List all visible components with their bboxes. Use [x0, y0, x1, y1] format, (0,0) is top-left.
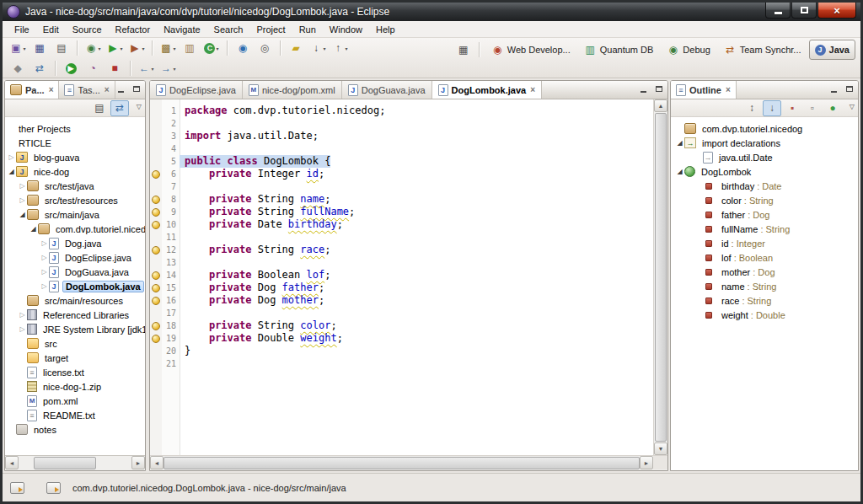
editor-tab-dogguava-java[interactable]: DogGuava.java — [342, 81, 432, 99]
warning-icon[interactable] — [152, 322, 160, 330]
collapsed-arrow-icon[interactable]: ▷ — [40, 240, 49, 247]
expanded-arrow-icon[interactable]: ◢ — [29, 226, 38, 233]
collapsed-arrow-icon[interactable]: ▷ — [40, 255, 49, 261]
back-button[interactable]: ←▾ — [136, 59, 156, 78]
outline-item-import-declarations[interactable]: ◢import declarations — [671, 136, 858, 150]
expand-collapse-button[interactable]: ↕ — [742, 100, 761, 116]
code-text[interactable]: private String fullName; — [180, 206, 355, 218]
warning-icon[interactable] — [152, 271, 160, 280]
tree-item-jre-system-library-jdk1-6[interactable]: ▷JRE System Library [jdk1.6 — [5, 322, 145, 336]
sort-button[interactable]: ↓ — [763, 100, 781, 116]
outline-item-color[interactable]: color : String — [671, 193, 858, 207]
collapsed-arrow-icon[interactable]: ▷ — [40, 269, 49, 276]
package-explorer-hscrollbar[interactable]: ◄ ► — [5, 455, 145, 470]
warning-icon[interactable] — [152, 221, 160, 229]
scroll-right-icon[interactable]: ► — [640, 456, 653, 469]
maximize-button[interactable] — [791, 3, 817, 19]
title-bar[interactable]: Java - nice-dog/src/main/java/com/dvp/tu… — [3, 3, 860, 21]
hide-fields-button[interactable]: ▪ — [783, 100, 801, 116]
save-button[interactable]: ▦ — [29, 39, 50, 57]
tab-outline[interactable]: Outline × — [671, 81, 737, 99]
code-text[interactable]: private Integer id; — [180, 168, 324, 180]
tree-item-license-txt[interactable]: license.txt — [5, 365, 145, 379]
view-menu-icon[interactable]: ▽ — [137, 103, 142, 110]
close-tab-icon[interactable]: × — [105, 85, 110, 94]
tree-item-src-main-java[interactable]: ◢src/main/java — [5, 207, 145, 222]
maximize-view-button[interactable] — [843, 83, 855, 94]
open-perspective-button[interactable]: ▦ — [453, 40, 474, 59]
link-with-editor-button[interactable]: ⇄ — [110, 100, 129, 116]
tree-item-nice-dog-1-zip[interactable]: nice-dog-1.zip — [5, 379, 145, 394]
menu-file[interactable]: File — [8, 23, 36, 36]
hide-static-members-button[interactable]: ▫ — [803, 100, 822, 116]
code-text[interactable]: private Dog mother; — [180, 294, 324, 307]
outline-item-id[interactable]: id : Integer — [671, 236, 858, 250]
tree-item-notes[interactable]: notes — [5, 422, 145, 437]
scroll-left-icon[interactable]: ◄ — [150, 456, 163, 469]
expanded-arrow-icon[interactable]: ◢ — [675, 169, 684, 175]
outline-item-com-dvp-tutoriel-nicedog[interactable]: com.dvp.tutoriel.nicedog — [671, 121, 858, 136]
maximize-view-button[interactable] — [130, 83, 142, 94]
code-text[interactable]: } — [180, 345, 190, 357]
close-button[interactable]: × — [817, 3, 856, 19]
warning-icon[interactable] — [152, 335, 160, 343]
warning-icon[interactable] — [152, 196, 160, 204]
warning-icon[interactable] — [152, 246, 160, 255]
scroll-up-icon[interactable]: ▲ — [654, 99, 667, 112]
tree-item-src-main-resources[interactable]: src/main/resources — [5, 293, 145, 308]
code-text[interactable]: package com.dvp.tutoriel.nicedog; — [180, 105, 385, 117]
code-text[interactable] — [180, 307, 185, 319]
code-text[interactable]: private String color; — [180, 319, 337, 332]
code-text[interactable]: private Dog father; — [180, 281, 324, 294]
code-text[interactable]: private Double weight; — [180, 332, 343, 345]
warning-icon[interactable] — [152, 284, 160, 292]
minimize-button[interactable] — [765, 3, 791, 19]
tree-item-referenced-libraries[interactable]: ▷Referenced Libraries — [5, 308, 145, 322]
run-button[interactable]: ▶▾ — [105, 39, 125, 57]
run-last-launched-button[interactable]: ▶ — [61, 59, 81, 78]
outline-item-name[interactable]: name : String — [671, 279, 858, 293]
print-button[interactable]: ▤ — [51, 39, 72, 57]
code-text[interactable]: private String race; — [180, 244, 330, 256]
forward-button[interactable]: →▾ — [158, 59, 178, 78]
open-web-browser-button[interactable]: ◉ — [233, 39, 253, 57]
close-tab-icon[interactable]: × — [530, 85, 535, 94]
collapsed-arrow-icon[interactable]: ▷ — [40, 283, 49, 290]
next-annotation-button[interactable]: ↓▾ — [308, 39, 328, 57]
menu-run[interactable]: Run — [292, 23, 323, 36]
collapsed-arrow-icon[interactable]: ▷ — [7, 154, 16, 161]
close-tab-icon[interactable]: × — [49, 85, 54, 94]
code-text[interactable]: public class DogLombok { — [180, 155, 330, 168]
maximize-view-button[interactable] — [652, 83, 665, 94]
fast-view-icon[interactable] — [10, 482, 24, 494]
outline-item-race[interactable]: race : String — [671, 293, 858, 308]
editor-hscrollbar[interactable]: ◄ ► — [150, 455, 667, 470]
new-package-button[interactable]: ▥ — [180, 39, 200, 57]
editor-vscrollbar[interactable]: ▲ ▼ — [653, 99, 667, 455]
tree-item-nice-dog[interactable]: ◢nice-dog — [5, 164, 145, 179]
tree-item-rticle[interactable]: RTICLE — [5, 136, 145, 150]
expanded-arrow-icon[interactable]: ◢ — [18, 212, 27, 218]
code-text[interactable] — [180, 231, 185, 244]
tree-item-dogguava-java[interactable]: ▷DogGuava.java — [5, 265, 145, 279]
tree-item-doglombok-java[interactable]: ▷DogLombok.java — [5, 279, 145, 293]
tab-package-explorer[interactable]: Pa... × — [5, 81, 59, 99]
menu-project[interactable]: Project — [249, 23, 292, 36]
scroll-left-icon[interactable]: ◄ — [5, 456, 19, 469]
warning-icon[interactable] — [152, 170, 160, 179]
tree-item-src[interactable]: src — [5, 336, 145, 351]
scrollbar-thumb[interactable] — [655, 113, 667, 442]
outline-item-java-util-date[interactable]: java.util.Date — [671, 150, 858, 164]
code-text[interactable] — [180, 142, 185, 155]
editor-tab-dogeclipse-java[interactable]: DogEclipse.java — [150, 81, 243, 99]
tree-item-readme-txt[interactable]: README.txt — [5, 408, 145, 422]
outline-item-birthday[interactable]: birthday : Date — [671, 179, 858, 193]
code-text[interactable]: private Boolean lof; — [180, 269, 330, 281]
new-wizard-button[interactable]: ▣▾ — [8, 39, 28, 57]
code-editor[interactable]: 1package com.dvp.tutoriel.nicedog;23impo… — [150, 99, 653, 455]
menu-help[interactable]: Help — [369, 23, 402, 36]
perspective-web-development[interactable]: ◉Web Develop... — [485, 40, 576, 60]
collapse-all-button[interactable]: ▤ — [90, 100, 109, 116]
tree-item-pom-xml[interactable]: pom.xml — [5, 394, 145, 408]
restore-view-icon[interactable] — [46, 482, 61, 494]
